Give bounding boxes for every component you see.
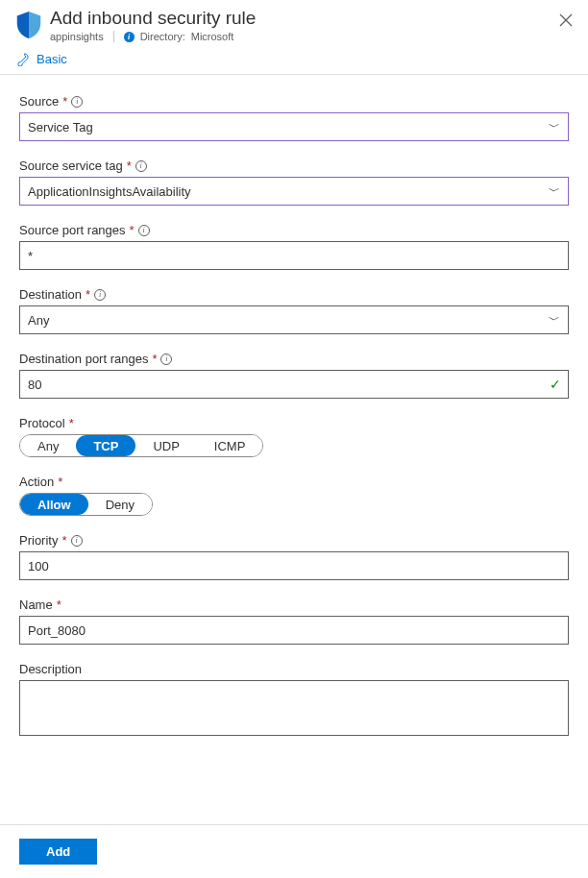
name-input[interactable] <box>19 616 569 645</box>
required-marker: * <box>61 533 66 548</box>
required-marker: * <box>86 287 90 302</box>
help-icon[interactable]: i <box>71 535 83 547</box>
help-icon[interactable]: i <box>160 354 172 365</box>
panel-header: Add inbound security rule appinsights i … <box>0 0 588 42</box>
help-icon[interactable]: i <box>138 225 150 236</box>
required-marker: * <box>152 352 157 366</box>
help-icon[interactable]: i <box>71 96 83 108</box>
dest-ports-input[interactable] <box>19 370 569 399</box>
required-marker: * <box>57 598 61 612</box>
basic-toggle[interactable]: Basic <box>0 42 588 74</box>
required-marker: * <box>69 416 74 430</box>
basic-label: Basic <box>37 52 67 66</box>
protocol-option-tcp[interactable]: TCP <box>76 435 135 456</box>
wrench-icon <box>15 53 29 66</box>
dest-ports-label: Destination port ranges <box>19 352 148 366</box>
required-marker: * <box>62 94 67 109</box>
protocol-group: Any TCP UDP ICMP <box>19 434 263 457</box>
destination-select[interactable]: Any ﹀ <box>19 305 569 334</box>
directory-label: Directory: <box>140 31 185 42</box>
close-button[interactable] <box>555 8 576 36</box>
source-value: Service Tag <box>28 120 93 134</box>
required-marker: * <box>58 475 62 489</box>
resource-name: appinsights <box>50 31 104 42</box>
protocol-option-icmp[interactable]: ICMP <box>197 435 263 456</box>
chevron-down-icon: ﹀ <box>549 183 560 200</box>
protocol-option-udp[interactable]: UDP <box>135 435 196 456</box>
source-tag-label: Source service tag <box>19 159 123 173</box>
action-label: Action <box>19 475 54 489</box>
source-select[interactable]: Service Tag ﹀ <box>19 112 569 141</box>
footer: Add <box>0 824 588 878</box>
description-input[interactable] <box>19 680 569 736</box>
description-label: Description <box>19 662 82 676</box>
priority-input[interactable] <box>19 551 569 580</box>
action-option-allow[interactable]: Allow <box>20 494 88 515</box>
destination-value: Any <box>28 313 49 328</box>
source-tag-value: ApplicationInsightsAvailability <box>28 184 191 199</box>
action-option-deny[interactable]: Deny <box>88 494 152 515</box>
protocol-option-any[interactable]: Any <box>20 435 76 456</box>
check-icon: ✓ <box>550 377 561 392</box>
form: Source * i Service Tag ﹀ Source service … <box>0 94 588 739</box>
destination-label: Destination <box>19 287 82 302</box>
source-label: Source <box>19 94 59 109</box>
close-icon <box>559 13 573 27</box>
source-ports-label: Source port ranges <box>19 223 126 237</box>
source-ports-input[interactable] <box>19 241 569 270</box>
chevron-down-icon: ﹀ <box>549 119 560 135</box>
required-marker: * <box>130 223 135 237</box>
help-icon[interactable]: i <box>135 160 147 172</box>
chevron-down-icon: ﹀ <box>549 312 560 329</box>
divider <box>0 74 588 75</box>
add-button[interactable]: Add <box>19 839 97 865</box>
protocol-label: Protocol <box>19 416 65 430</box>
source-tag-select[interactable]: ApplicationInsightsAvailability ﹀ <box>19 177 569 206</box>
priority-label: Priority <box>19 533 58 548</box>
help-icon[interactable]: i <box>94 289 106 301</box>
directory-value: Microsoft <box>191 31 234 42</box>
shield-icon <box>15 10 42 40</box>
action-group: Allow Deny <box>19 493 153 516</box>
divider <box>113 31 114 42</box>
page-title: Add inbound security rule <box>50 8 256 29</box>
info-icon: i <box>124 32 135 42</box>
name-label: Name <box>19 598 53 612</box>
required-marker: * <box>127 159 132 173</box>
